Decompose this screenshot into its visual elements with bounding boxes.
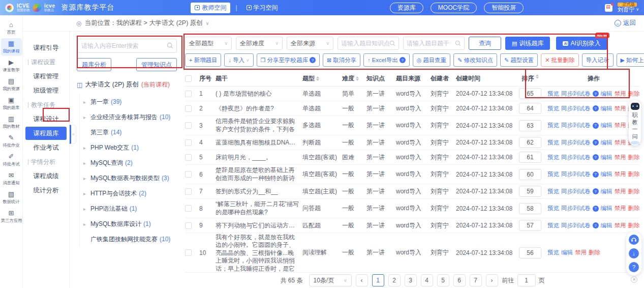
rail-item-bank[interactable]: ▣我的题库: [1, 95, 22, 112]
rail-item-resources[interactable]: ▤我的资源: [1, 76, 22, 94]
row-checkbox[interactable]: [185, 105, 192, 112]
preview-link[interactable]: 预览: [547, 154, 559, 161]
expand-arrow-icon[interactable]: ▸: [83, 99, 88, 105]
sort-arrows-icon[interactable]: [356, 76, 359, 81]
back-button[interactable]: ←返回: [615, 19, 636, 27]
row-checkbox[interactable]: [185, 188, 192, 195]
preview-link[interactable]: 预览: [547, 122, 559, 129]
sort-arrows-icon[interactable]: [536, 74, 539, 83]
chevron-down-icon[interactable]: ∨: [206, 21, 209, 26]
sync-to-paper-link[interactable]: 同步到试卷: [561, 105, 591, 112]
disable-link[interactable]: 禁用: [615, 170, 626, 178]
tree-search-input[interactable]: [77, 39, 177, 53]
edit-link[interactable]: 编辑: [601, 170, 612, 178]
row-checkbox[interactable]: [185, 222, 192, 229]
excel-export-button[interactable]: ↑Excel导出?: [363, 53, 410, 67]
sync-to-paper-link[interactable]: 同步到试卷: [561, 122, 591, 129]
disable-link[interactable]: 禁用: [615, 154, 626, 161]
assistant-widget[interactable]: 职教一问: [629, 100, 641, 146]
rail-item-textbook[interactable]: ▥我的教材: [1, 113, 22, 131]
select-source[interactable]: 全部来源∨: [287, 37, 333, 50]
input-question-stem[interactable]: [407, 40, 455, 47]
rail-item-stats[interactable]: ▧数据统计: [1, 189, 22, 207]
row-checkbox[interactable]: [185, 139, 192, 146]
select-difficulty[interactable]: 全部难度∨: [236, 37, 283, 50]
row-checkbox[interactable]: [185, 171, 192, 178]
add-question-button[interactable]: +新增题目: [185, 53, 221, 67]
sort-order-input[interactable]: 57: [519, 220, 541, 231]
sync-to-paper-link[interactable]: 同步到试卷: [561, 90, 591, 98]
preview-link[interactable]: 预览: [547, 170, 559, 178]
manage-knowledge-points-button[interactable]: 管理知识点: [136, 58, 177, 71]
batch-delete-button[interactable]: ✕批量删除: [541, 53, 578, 67]
preview-link[interactable]: 预览: [547, 205, 559, 212]
panel-collapse-handle[interactable]: «: [70, 125, 76, 144]
help-circle-icon[interactable]: ?: [593, 139, 599, 146]
expand-arrow-icon[interactable]: ▸: [83, 114, 88, 120]
sync-to-paper-link[interactable]: 同步到试卷: [561, 188, 591, 195]
rail-item-apps[interactable]: ⊞第三方应用: [1, 208, 22, 225]
help-circle-icon[interactable]: ?: [400, 57, 406, 63]
edit-link[interactable]: 编辑: [601, 222, 612, 229]
help-button[interactable]: ?: [629, 262, 639, 272]
jump-page-input[interactable]: [517, 274, 536, 286]
prev-page-button[interactable]: ‹: [356, 274, 368, 286]
delete-link[interactable]: 删除: [628, 205, 640, 212]
row-checkbox[interactable]: [185, 205, 192, 212]
menu-item-guide[interactable]: 课程引导: [23, 41, 69, 55]
edit-link[interactable]: 编辑: [601, 105, 612, 112]
tree-node[interactable]: ▸MySQL查询(2): [83, 155, 177, 170]
download-button[interactable]: ↓: [629, 248, 639, 258]
tree-node[interactable]: ▸MySQL数据表与数据类型(3): [83, 170, 177, 186]
cancel-share-button[interactable]: ⊠取消分享: [323, 53, 360, 67]
sort-order-input[interactable]: 61: [519, 152, 541, 163]
expand-arrow-icon[interactable]: ▸: [83, 221, 88, 227]
page-button-1[interactable]: 1: [372, 274, 384, 286]
nav-learning-space[interactable]: 学习空间: [242, 3, 282, 13]
rail-item-message[interactable]: ✉消息通知: [1, 170, 22, 188]
page-button-2[interactable]: 2: [388, 274, 401, 286]
sort-order-input[interactable]: 62: [519, 137, 541, 148]
help-circle-icon[interactable]: ?: [593, 154, 599, 160]
pill-mooc-college[interactable]: MOOC学院: [431, 3, 477, 13]
assistant-close-icon[interactable]: ✕: [634, 93, 638, 98]
pill-smart-screencast[interactable]: 智能投屏: [484, 3, 524, 13]
page-button-6[interactable]: 6: [453, 274, 466, 286]
row-checkbox[interactable]: [185, 91, 192, 97]
sort-order-input[interactable]: 65: [519, 88, 541, 99]
help-circle-icon[interactable]: ?: [593, 171, 599, 178]
menu-item-homework-exam[interactable]: 作业考试: [23, 140, 69, 155]
sort-order-input[interactable]: 59: [519, 186, 541, 197]
sort-order-input[interactable]: 60: [519, 169, 541, 180]
edit-link[interactable]: 编辑: [601, 154, 612, 161]
preview-link[interactable]: 预览: [547, 105, 559, 112]
sort-order-input[interactable]: 64: [519, 103, 541, 114]
row-checkbox[interactable]: [185, 249, 192, 256]
delete-link[interactable]: 删除: [628, 222, 640, 229]
training-bank-button[interactable]: ▤训练题库: [505, 37, 550, 50]
edit-link[interactable]: 编辑: [561, 249, 573, 256]
question-type-settings-button[interactable]: ✎题型设置: [500, 53, 538, 67]
page-size-select[interactable]: 10条/页∨: [309, 274, 352, 286]
share-to-school-bank-button[interactable]: ❐分享至学校题库?: [257, 53, 320, 67]
rail-item-exam[interactable]: ✐待批考试: [1, 151, 22, 169]
tree-node[interactable]: ▸HTTP与会话技术(2): [83, 186, 177, 201]
disable-link[interactable]: 禁用: [615, 122, 626, 129]
delete-link[interactable]: 删除: [628, 188, 640, 195]
sort-arrows-icon[interactable]: [316, 76, 319, 81]
help-circle-icon[interactable]: ?: [593, 123, 599, 129]
expand-arrow-icon[interactable]: ▸: [83, 206, 88, 212]
collapse-toolbar-icon[interactable]: ✕: [631, 276, 637, 283]
page-button-7[interactable]: 7: [470, 274, 482, 286]
modify-knowledge-point-button[interactable]: ✎修改知识点: [453, 53, 497, 67]
help-circle-icon[interactable]: ?: [593, 105, 599, 111]
sync-to-paper-link[interactable]: 同步到试卷: [561, 139, 591, 147]
preview-link[interactable]: 预览: [547, 249, 559, 256]
sync-to-paper-link[interactable]: 同步到试卷: [561, 205, 591, 212]
pill-resource-library[interactable]: 资源库: [390, 3, 423, 13]
disable-link[interactable]: 禁用: [615, 205, 626, 212]
customer-service-button[interactable]: [629, 235, 639, 245]
tree-node[interactable]: ▸第一章(39): [83, 94, 177, 109]
preview-link[interactable]: 预览: [547, 188, 559, 195]
rail-item-home[interactable]: ⌂首页: [1, 19, 22, 37]
